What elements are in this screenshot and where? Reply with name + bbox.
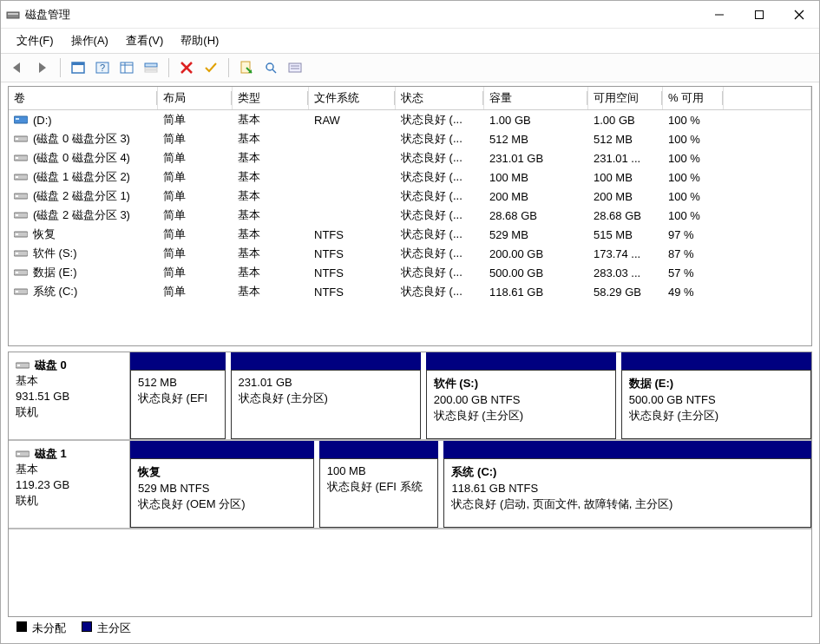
show-hide-console-icon[interactable]	[68, 57, 89, 78]
partition-title: 系统 (C:)	[451, 464, 804, 480]
partition-status: 状态良好 (主分区)	[239, 391, 413, 406]
table-row[interactable]: (磁盘 1 磁盘分区 2)简单基本状态良好 (...100 MB100 MB10…	[9, 168, 811, 187]
col-status[interactable]: 状态	[396, 87, 484, 109]
col-free[interactable]: 可用空间	[588, 87, 663, 109]
table-row[interactable]: (磁盘 2 磁盘分区 1)简单基本状态良好 (...200 MB200 MB10…	[9, 187, 811, 206]
partition-size: 512 MB	[138, 376, 218, 389]
svg-rect-48	[17, 453, 20, 455]
table-row[interactable]: (磁盘 2 磁盘分区 3)简单基本状态良好 (...28.68 GB28.68 …	[9, 206, 811, 225]
partition-header	[426, 352, 616, 370]
svg-rect-38	[16, 233, 18, 235]
maximize-button[interactable]	[739, 1, 779, 29]
disk-row: 磁盘 0基本931.51 GB联机512 MB状态良好 (EFI231.01 G…	[9, 352, 811, 441]
drive-icon	[14, 134, 28, 144]
disk-status: 联机	[16, 404, 122, 420]
col-type[interactable]: 类型	[233, 87, 309, 109]
settings-icon[interactable]	[285, 57, 305, 78]
minimize-button[interactable]	[699, 1, 739, 29]
partition[interactable]: 恢复529 MB NTFS状态良好 (OEM 分区)	[130, 441, 314, 528]
forward-button[interactable]	[32, 57, 53, 78]
titlebar: 磁盘管理	[1, 1, 819, 29]
partition[interactable]: 软件 (S:)200.00 GB NTFS状态良好 (主分区)	[426, 352, 616, 439]
partition-header	[621, 352, 811, 370]
partition-title: 软件 (S:)	[434, 376, 608, 391]
cell-pct: 100 %	[663, 187, 724, 205]
partition-status: 状态良好 (EFI 系统	[327, 479, 431, 495]
table-row[interactable]: 恢复简单基本NTFS状态良好 (...529 MB515 MB97 %	[9, 225, 811, 244]
svg-rect-36	[16, 214, 18, 216]
menu-file[interactable]: 文件(F)	[8, 30, 62, 52]
menu-help[interactable]: 帮助(H)	[172, 30, 227, 52]
cell-free: 515 MB	[588, 226, 663, 243]
table-row[interactable]: (磁盘 0 磁盘分区 4)简单基本状态良好 (...231.01 GB231.0…	[9, 148, 811, 168]
search-icon[interactable]	[260, 57, 281, 78]
cell-capacity: 500.00 GB	[484, 264, 588, 281]
col-capacity[interactable]: 容量	[484, 87, 588, 109]
partition-status: 状态良好 (主分区)	[434, 408, 608, 424]
partition-size: 118.61 GB NTFS	[451, 482, 804, 495]
cell-free: 28.68 GB	[588, 207, 663, 224]
close-button[interactable]	[779, 1, 819, 29]
svg-rect-15	[145, 70, 157, 72]
partition[interactable]: 系统 (C:)118.61 GB NTFS状态良好 (启动, 页面文件, 故障转…	[443, 441, 811, 528]
cell-fs	[309, 149, 396, 167]
cell-status: 状态良好 (...	[396, 130, 484, 148]
check-icon[interactable]	[200, 57, 221, 78]
back-button[interactable]	[8, 57, 29, 78]
svg-rect-32	[16, 176, 18, 178]
properties-icon[interactable]	[236, 57, 257, 78]
disk-label[interactable]: 磁盘 0基本931.51 GB联机	[9, 352, 130, 439]
cell-layout: 简单	[158, 283, 233, 300]
drive-icon	[14, 172, 28, 182]
svg-rect-46	[17, 365, 20, 366]
menu-view[interactable]: 查看(V)	[117, 30, 172, 52]
partition[interactable]: 数据 (E:)500.00 GB NTFS状态良好 (主分区)	[621, 352, 811, 439]
menu-action[interactable]: 操作(A)	[62, 30, 117, 52]
cell-capacity: 28.68 GB	[484, 207, 588, 224]
partition-size: 200.00 GB NTFS	[434, 393, 608, 406]
toolbar-sep	[60, 58, 61, 77]
cell-pct: 100 %	[663, 130, 724, 148]
disk-row: 磁盘 1基本119.23 GB联机恢复529 MB NTFS状态良好 (OEM …	[9, 441, 811, 529]
cell-layout: 简单	[158, 207, 233, 224]
cell-layout: 简单	[158, 130, 233, 148]
table-row[interactable]: (D:)简单基本RAW状态良好 (...1.00 GB1.00 GB100 %	[9, 110, 811, 129]
table-row[interactable]: 数据 (E:)简单基本NTFS状态良好 (...500.00 GB283.03 …	[9, 263, 811, 282]
drive-icon	[14, 229, 28, 240]
cell-layout: 简单	[158, 245, 233, 262]
svg-rect-3	[756, 10, 764, 18]
cell-pct: 100 %	[663, 149, 724, 167]
table-row[interactable]: 系统 (C:)简单基本NTFS状态良好 (...118.61 GB58.29 G…	[9, 282, 811, 301]
col-layout[interactable]: 布局	[158, 87, 233, 109]
cell-type: 基本	[233, 245, 309, 262]
partition-header	[130, 352, 226, 370]
partition-size: 529 MB NTFS	[138, 482, 306, 495]
cell-status: 状态良好 (...	[396, 149, 484, 167]
cell-layout: 简单	[158, 168, 233, 186]
col-pct[interactable]: % 可用	[663, 87, 724, 109]
partition[interactable]: 100 MB状态良好 (EFI 系统	[319, 441, 439, 528]
refresh-icon[interactable]	[116, 57, 137, 78]
table-row[interactable]: 软件 (S:)简单基本NTFS状态良好 (...200.00 GB173.74 …	[9, 244, 811, 263]
toolbar-sep	[228, 58, 229, 77]
list-icon[interactable]	[141, 57, 161, 78]
help-icon[interactable]: ?	[92, 57, 113, 78]
cell-type: 基本	[233, 168, 309, 186]
svg-rect-7	[72, 62, 84, 65]
cell-status: 状态良好 (...	[396, 207, 484, 224]
delete-icon[interactable]	[176, 57, 197, 78]
cell-layout: 简单	[158, 226, 233, 243]
col-fs[interactable]: 文件系统	[309, 87, 396, 109]
partition-title: 恢复	[138, 464, 306, 480]
volume-name: 软件 (S:)	[33, 246, 77, 261]
partition[interactable]: 231.01 GB状态良好 (主分区)	[231, 352, 421, 439]
cell-free: 200 MB	[588, 187, 663, 205]
col-volume[interactable]: 卷	[9, 87, 158, 109]
table-row[interactable]: (磁盘 0 磁盘分区 3)简单基本状态良好 (...512 MB512 MB10…	[9, 129, 811, 148]
disk-label[interactable]: 磁盘 1基本119.23 GB联机	[9, 441, 130, 528]
cell-status: 状态良好 (...	[396, 168, 484, 186]
partition[interactable]: 512 MB状态良好 (EFI	[130, 352, 226, 439]
column-header: 卷 布局 类型 文件系统 状态 容量 可用空间 % 可用	[9, 87, 811, 110]
svg-rect-26	[16, 118, 19, 120]
svg-point-20	[266, 63, 273, 70]
